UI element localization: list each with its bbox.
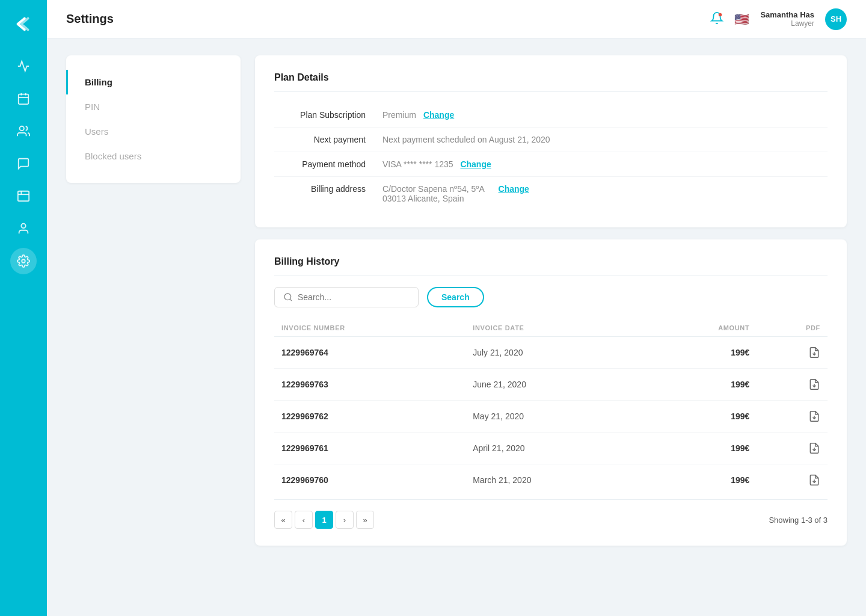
pdf-download-icon[interactable]	[764, 378, 820, 390]
pdf-cell	[757, 369, 828, 401]
notification-icon[interactable]	[710, 11, 723, 27]
svg-line-12	[290, 299, 292, 301]
nav-item-blocked-users[interactable]: Blocked users	[66, 144, 241, 168]
pdf-cell	[757, 337, 828, 369]
invoice-number-cell: 1229969763	[274, 369, 465, 401]
col-amount: AMOUNT	[645, 319, 757, 337]
table-row: 1229969764 July 21, 2020 199€	[274, 337, 828, 369]
pdf-cell	[757, 401, 828, 433]
billing-address-row: Billing address C/Doctor Sapena nº54, 5º…	[274, 177, 828, 211]
user-role: Lawyer	[760, 19, 814, 28]
svg-point-11	[284, 294, 291, 300]
search-input-wrap	[274, 287, 419, 307]
payment-method-change-link[interactable]: Change	[460, 159, 491, 169]
invoice-date-cell: July 21, 2020	[465, 337, 644, 369]
table-row: 1229969763 June 21, 2020 199€	[274, 369, 828, 401]
amount-cell: 199€	[645, 433, 757, 464]
main-area: Settings 🇺🇸 Samantha Has Lawyer SH Billi…	[47, 0, 866, 616]
pagination-info: Showing 1-3 of 3	[769, 516, 828, 525]
nav-item-billing[interactable]: Billing	[66, 70, 241, 94]
table-row: 1229969761 April 21, 2020 199€	[274, 433, 828, 464]
pagination-row: « ‹ 1 › » Showing 1-3 of 3	[274, 499, 828, 529]
amount-cell: 199€	[645, 337, 757, 369]
nav-item-pin[interactable]: PIN	[66, 94, 241, 119]
invoice-date-cell: March 21, 2020	[465, 464, 644, 496]
pdf-download-icon[interactable]	[764, 474, 820, 486]
page-first-button[interactable]: «	[274, 511, 292, 529]
sidebar-item-settings[interactable]	[10, 248, 37, 274]
sidebar-item-profile[interactable]	[10, 215, 37, 242]
header: Settings 🇺🇸 Samantha Has Lawyer SH	[47, 0, 866, 38]
next-payment-row: Next payment Next payment scheduled on A…	[274, 128, 828, 152]
amount-cell: 199€	[645, 464, 757, 496]
next-payment-label: Next payment	[274, 135, 382, 144]
pdf-download-icon[interactable]	[764, 410, 820, 422]
svg-rect-5	[18, 191, 29, 202]
next-payment-value: Next payment scheduled on August 21, 202…	[382, 135, 828, 144]
invoice-date-cell: April 21, 2020	[465, 433, 644, 464]
amount-cell: 199€	[645, 369, 757, 401]
settings-nav: Billing PIN Users Blocked users	[66, 55, 241, 183]
invoice-date-cell: June 21, 2020	[465, 369, 644, 401]
col-pdf: PDF	[757, 319, 828, 337]
user-info: Samantha Has Lawyer	[760, 10, 814, 28]
sidebar-item-chat[interactable]	[10, 150, 37, 177]
payment-method-value: VISA **** **** 1235 Change	[382, 159, 828, 169]
svg-point-9	[22, 259, 25, 263]
nav-item-users[interactable]: Users	[66, 119, 241, 144]
pdf-cell	[757, 433, 828, 464]
billing-address-label: Billing address	[274, 184, 382, 194]
billing-history-title: Billing History	[274, 256, 828, 276]
page-next-button[interactable]: ›	[336, 511, 354, 529]
language-flag[interactable]: 🇺🇸	[734, 12, 749, 26]
payment-method-label: Payment method	[274, 159, 382, 169]
invoice-date-cell: May 21, 2020	[465, 401, 644, 433]
plan-details-card: Plan Details Plan Subscription Premium C…	[255, 55, 847, 227]
search-input[interactable]	[298, 292, 410, 302]
svg-point-8	[21, 224, 25, 228]
page-1-button[interactable]: 1	[315, 511, 333, 529]
page-prev-button[interactable]: ‹	[295, 511, 313, 529]
table-row: 1229969760 March 21, 2020 199€	[274, 464, 828, 496]
user-avatar[interactable]: SH	[825, 8, 847, 30]
billing-address-value: C/Doctor Sapena nº54, 5ºA Change 03013 A…	[382, 184, 828, 203]
col-invoice-number: INVOICE NUMBER	[274, 319, 465, 337]
invoice-number-cell: 1229969762	[274, 401, 465, 433]
sidebar-item-users[interactable]	[10, 118, 37, 144]
search-icon	[283, 292, 293, 302]
plan-details-title: Plan Details	[274, 72, 828, 92]
payment-method-row: Payment method VISA **** **** 1235 Chang…	[274, 152, 828, 177]
page-title: Settings	[66, 12, 710, 26]
billing-history-card: Billing History Search	[255, 239, 847, 546]
pagination-controls: « ‹ 1 › »	[274, 511, 374, 529]
sidebar-item-activity[interactable]	[10, 53, 37, 79]
sidebar-item-browser[interactable]	[10, 183, 37, 209]
pdf-download-icon[interactable]	[764, 442, 820, 454]
search-row: Search	[274, 287, 828, 307]
pdf-download-icon[interactable]	[764, 346, 820, 359]
header-right: 🇺🇸 Samantha Has Lawyer SH	[710, 8, 847, 30]
page-last-button[interactable]: »	[356, 511, 374, 529]
right-panel: Plan Details Plan Subscription Premium C…	[255, 55, 847, 599]
sidebar-item-calendar[interactable]	[10, 85, 37, 112]
plan-subscription-row: Plan Subscription Premium Change	[274, 103, 828, 128]
user-name: Samantha Has	[760, 10, 814, 19]
billing-table: INVOICE NUMBER INVOICE DATE AMOUNT PDF 1…	[274, 319, 828, 496]
pdf-cell	[757, 464, 828, 496]
sidebar	[0, 0, 47, 616]
col-invoice-date: INVOICE DATE	[465, 319, 644, 337]
billing-address-change-link[interactable]: Change	[499, 184, 529, 194]
invoice-number-cell: 1229969764	[274, 337, 465, 369]
svg-point-10	[719, 13, 722, 16]
invoice-number-cell: 1229969760	[274, 464, 465, 496]
table-row: 1229969762 May 21, 2020 199€	[274, 401, 828, 433]
content-area: Billing PIN Users Blocked users Plan Det…	[47, 38, 866, 616]
app-logo[interactable]	[10, 11, 37, 37]
invoice-number-cell: 1229969761	[274, 433, 465, 464]
plan-subscription-label: Plan Subscription	[274, 110, 382, 120]
svg-point-4	[20, 126, 24, 131]
plan-subscription-value: Premium Change	[382, 110, 828, 120]
search-button[interactable]: Search	[427, 287, 484, 307]
amount-cell: 199€	[645, 401, 757, 433]
plan-subscription-change-link[interactable]: Change	[423, 110, 454, 120]
